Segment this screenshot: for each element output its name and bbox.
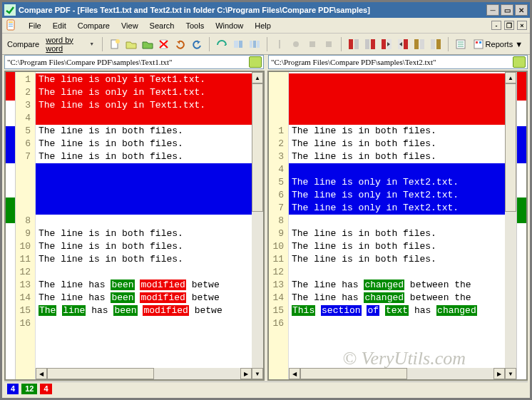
code-line[interactable] bbox=[36, 266, 252, 279]
code-line[interactable]: The line is in both files. bbox=[36, 240, 252, 253]
code-line[interactable] bbox=[289, 73, 505, 125]
scroll-up-icon[interactable]: ▲ bbox=[252, 72, 263, 83]
code-line[interactable]: The line has been modified betwe bbox=[36, 304, 252, 317]
nav2-button[interactable] bbox=[289, 36, 303, 52]
svg-rect-17 bbox=[326, 41, 332, 47]
svg-rect-11 bbox=[239, 41, 242, 48]
menu-view[interactable]: View bbox=[116, 20, 143, 31]
copy-block-right[interactable] bbox=[429, 36, 443, 52]
mdi-close[interactable]: × bbox=[517, 21, 527, 30]
code-line[interactable] bbox=[36, 215, 252, 227]
left-hscrollbar[interactable]: ◀ ▶ bbox=[36, 368, 252, 379]
code-line[interactable] bbox=[289, 317, 505, 330]
code-line[interactable]: The line is only in Text2.txt. bbox=[289, 176, 505, 189]
line-number: 15 bbox=[16, 304, 35, 317]
copy-block-left[interactable] bbox=[412, 36, 426, 52]
code-line[interactable]: The line has been modified betwe bbox=[36, 279, 252, 292]
mdi-restore[interactable]: ❐ bbox=[504, 21, 514, 30]
code-line[interactable] bbox=[289, 163, 505, 176]
line-number: 8 bbox=[269, 215, 288, 227]
code-line[interactable] bbox=[36, 317, 252, 330]
scroll-left-icon[interactable]: ◀ bbox=[289, 368, 300, 379]
open-folder-button[interactable] bbox=[140, 36, 155, 52]
compare-mode-dropdown[interactable]: word by word ▼ bbox=[43, 34, 97, 54]
code-line[interactable] bbox=[289, 215, 505, 227]
merge-left[interactable] bbox=[379, 36, 394, 52]
right-file-path-input[interactable] bbox=[270, 57, 511, 67]
code-line[interactable]: The line is in both files. bbox=[289, 227, 505, 240]
code-line[interactable]: The line is only in Text2.txt. bbox=[289, 189, 505, 202]
menu-file[interactable]: File bbox=[24, 20, 46, 31]
code-line[interactable]: The line is only in Text1.txt. bbox=[36, 99, 252, 112]
code-line[interactable]: The line has been modified betwe bbox=[36, 292, 252, 304]
scroll-right-icon[interactable]: ▶ bbox=[240, 368, 252, 379]
merge-right-all[interactable] bbox=[363, 36, 377, 52]
code-line[interactable]: The line is in both files. bbox=[289, 138, 505, 150]
nav1-button[interactable] bbox=[272, 36, 287, 52]
code-line[interactable]: The line is in both files. bbox=[289, 125, 505, 138]
left-open-folder-button[interactable] bbox=[249, 56, 262, 68]
left-vscrollbar[interactable]: ▲ ▼ bbox=[252, 72, 263, 379]
svg-rect-26 bbox=[414, 39, 419, 49]
code-line[interactable]: The line has changed between the bbox=[289, 279, 505, 292]
left-code[interactable]: The line is only in Text1.txt.The line i… bbox=[36, 72, 252, 379]
reports-dropdown[interactable]: Reports ▼ bbox=[470, 37, 526, 51]
menu-edit[interactable]: Edit bbox=[48, 20, 71, 31]
code-line[interactable]: This section of text has changed bbox=[289, 304, 505, 317]
options-button[interactable] bbox=[454, 36, 468, 52]
left-file-path-input[interactable] bbox=[6, 57, 247, 67]
minimize-button[interactable]: ─ bbox=[486, 4, 499, 16]
clear-button[interactable] bbox=[157, 36, 171, 52]
code-line[interactable]: The line is in both files. bbox=[36, 227, 252, 240]
code-line[interactable]: The line is in both files. bbox=[36, 150, 252, 163]
code-line[interactable]: The line has changed between the bbox=[289, 292, 505, 304]
menu-tools[interactable]: Tools bbox=[180, 20, 209, 31]
scroll-right-icon[interactable]: ▶ bbox=[493, 368, 505, 379]
menu-compare[interactable]: Compare bbox=[73, 20, 115, 31]
menu-search[interactable]: Search bbox=[145, 20, 180, 31]
svg-rect-12 bbox=[250, 41, 252, 48]
code-line[interactable]: The line is in both files. bbox=[289, 253, 505, 266]
code-line[interactable]: The line is only in Text2.txt. bbox=[289, 202, 505, 215]
scroll-up-icon[interactable]: ▲ bbox=[505, 72, 516, 83]
code-line[interactable]: The line is only in Text1.txt. bbox=[36, 73, 252, 86]
right-open-folder-button[interactable] bbox=[513, 56, 526, 68]
sync-button[interactable] bbox=[215, 36, 229, 52]
open-button[interactable] bbox=[124, 36, 138, 52]
scroll-down-icon[interactable]: ▼ bbox=[252, 368, 263, 379]
nav4-button[interactable] bbox=[322, 36, 336, 52]
menu-help[interactable]: Help bbox=[250, 20, 276, 31]
mdi-minimize[interactable]: - bbox=[491, 21, 501, 30]
maximize-button[interactable]: ▭ bbox=[501, 4, 513, 16]
single-button[interactable] bbox=[231, 36, 245, 52]
right-hscrollbar[interactable]: ◀ ▶ bbox=[289, 368, 505, 379]
line-number: 1 bbox=[16, 73, 35, 86]
line-number: 10 bbox=[269, 240, 288, 253]
undo-button[interactable] bbox=[173, 36, 188, 52]
right-overview-bar[interactable] bbox=[516, 72, 526, 379]
left-overview-bar[interactable] bbox=[6, 72, 16, 379]
code-line[interactable] bbox=[289, 266, 505, 279]
code-line[interactable]: The line is in both files. bbox=[36, 138, 252, 150]
three-button[interactable] bbox=[247, 36, 262, 52]
menu-window[interactable]: Window bbox=[210, 20, 248, 31]
code-line[interactable]: The line is in both files. bbox=[289, 240, 505, 253]
code-line[interactable]: The line is only in Text1.txt. bbox=[36, 86, 252, 99]
code-line[interactable]: The line is in both files. bbox=[289, 150, 505, 163]
scroll-down-icon[interactable]: ▼ bbox=[505, 368, 516, 379]
code-line[interactable] bbox=[36, 163, 252, 215]
merge-left-all[interactable] bbox=[347, 36, 361, 52]
close-button[interactable]: ✕ bbox=[515, 4, 528, 16]
scroll-left-icon[interactable]: ◀ bbox=[36, 368, 47, 379]
right-code[interactable]: The line is in both files.The line is in… bbox=[289, 72, 505, 379]
code-line[interactable]: The line is in both files. bbox=[36, 253, 252, 266]
code-line[interactable]: The line is in both files. bbox=[36, 125, 252, 138]
line-number: 16 bbox=[16, 317, 35, 330]
right-vscrollbar[interactable]: ▲ ▼ bbox=[505, 72, 516, 379]
merge-right[interactable] bbox=[396, 36, 410, 52]
redo-button[interactable] bbox=[190, 36, 204, 52]
status-added-count: 4 bbox=[7, 384, 19, 394]
nav3-button[interactable] bbox=[305, 36, 319, 52]
new-button[interactable] bbox=[108, 36, 122, 52]
code-line[interactable] bbox=[36, 112, 252, 125]
